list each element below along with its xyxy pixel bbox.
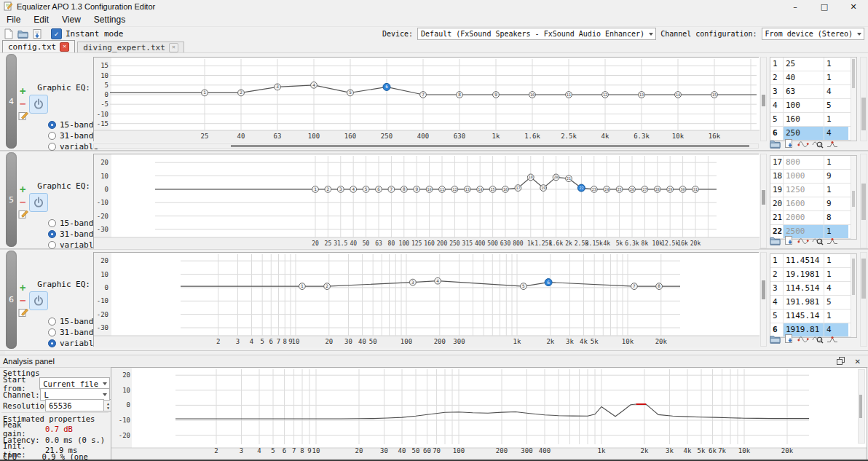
svg-text:15: 15 — [491, 187, 495, 192]
mode-option-31-band[interactable]: 31-band — [48, 327, 98, 338]
close-button[interactable]: ✕ — [839, 0, 868, 13]
menu-item-file[interactable]: File — [0, 14, 27, 25]
save-response-icon[interactable] — [784, 235, 794, 248]
power-toggle-button[interactable] — [29, 193, 48, 212]
band-table[interactable]: 111.45141219.198113114.51444191.98155114… — [770, 253, 857, 338]
save-response-icon[interactable] — [784, 334, 794, 347]
edit-filter-icon[interactable] — [18, 111, 28, 123]
channel-config-dropdown[interactable]: From device (Stereo) — [762, 28, 864, 40]
radio-icon[interactable] — [48, 241, 56, 249]
band-table[interactable]: 125124013634410055160162504 — [770, 57, 857, 141]
instant-mode-checkbox[interactable]: ✓ — [51, 28, 62, 39]
table-row[interactable]: 51601 — [770, 113, 856, 127]
new-file-icon[interactable] — [2, 28, 15, 40]
smooth-response-icon[interactable] — [797, 334, 809, 347]
menu-item-settings[interactable]: Settings — [87, 14, 132, 25]
section-number[interactable]: 4 — [6, 54, 17, 149]
smooth-response-icon[interactable] — [797, 235, 809, 248]
radio-icon[interactable] — [48, 318, 56, 326]
tab-diving-expert-txt[interactable]: diving_expert.txt ✕ — [77, 42, 184, 52]
minimize-button[interactable]: – — [781, 0, 810, 13]
table-row[interactable]: 2016009 — [770, 197, 856, 211]
analysis-graph-scrollbar[interactable] — [858, 369, 865, 444]
edit-filter-icon[interactable] — [18, 209, 28, 221]
mode-option-15-band[interactable]: 15-band — [48, 218, 98, 229]
mode-option-31-band[interactable]: 31-band — [48, 130, 98, 141]
section-number[interactable]: 5 — [6, 152, 17, 247]
open-response-icon[interactable] — [770, 235, 781, 248]
open-response-icon[interactable] — [770, 138, 781, 151]
peak-marker-icon[interactable] — [826, 235, 838, 248]
analyze-response-icon[interactable] — [812, 235, 824, 248]
resolution-spinner[interactable]: 65536 ▲▼ — [45, 399, 113, 411]
power-toggle-button[interactable] — [29, 95, 48, 114]
table-outer-scrollbar[interactable] — [860, 57, 867, 141]
mode-option-31-band[interactable]: 31-band — [48, 229, 98, 240]
table-row[interactable]: 51145.141 — [770, 310, 856, 323]
menu-item-edit[interactable]: Edit — [27, 14, 55, 25]
radio-icon[interactable] — [48, 230, 56, 238]
peak-marker-icon[interactable] — [826, 138, 838, 151]
add-filter-icon[interactable]: + — [20, 283, 25, 292]
remove-filter-icon[interactable]: − — [20, 99, 25, 108]
eq-graph[interactable]: 20100-10-20-30202531.5405063801001251602… — [93, 154, 759, 248]
table-outer-scrollbar[interactable] — [860, 154, 867, 248]
radio-icon[interactable] — [48, 121, 56, 129]
band-table[interactable]: 1780011810009191250120160092120008222500… — [770, 155, 857, 240]
table-row[interactable]: 111.45141 — [770, 254, 856, 268]
save-file-icon[interactable] — [31, 28, 44, 40]
table-row[interactable]: 3114.5144 — [770, 282, 856, 296]
table-row[interactable]: 4191.9815 — [770, 296, 856, 310]
table-row[interactable]: 2120008 — [770, 211, 856, 225]
radio-icon[interactable] — [48, 219, 56, 227]
radio-icon[interactable] — [48, 339, 56, 347]
eq-graph[interactable]: 20100-10-20-3023456789102030405010020030… — [93, 252, 759, 347]
peak-marker-icon[interactable] — [826, 334, 838, 347]
graph-vertical-scrollbar[interactable] — [760, 57, 767, 141]
tab-close-icon[interactable]: ✕ — [60, 42, 69, 52]
table-row[interactable]: 41005 — [770, 99, 856, 113]
mode-option-variable[interactable]: variable — [48, 338, 98, 349]
analyze-response-icon[interactable] — [812, 334, 824, 347]
graph-horizontal-scrollbar[interactable] — [93, 143, 759, 149]
table-row[interactable]: 2401 — [770, 71, 856, 85]
radio-icon[interactable] — [48, 143, 56, 151]
save-response-icon[interactable] — [784, 138, 794, 151]
mode-option-15-band[interactable]: 15-band — [48, 119, 98, 130]
smooth-response-icon[interactable] — [797, 138, 809, 151]
section-number[interactable]: 6 — [6, 251, 17, 349]
table-row[interactable]: 1251 — [770, 58, 856, 71]
add-filter-icon[interactable]: + — [20, 87, 25, 95]
tab-config-txt[interactable]: config.txt ✕ — [2, 40, 75, 52]
radio-icon[interactable] — [48, 132, 56, 140]
radio-icon[interactable] — [48, 328, 56, 336]
tab-close-icon[interactable]: ✕ — [169, 43, 178, 52]
remove-filter-icon[interactable]: − — [20, 296, 25, 304]
eq-section-5: 5+−Graphic EQ:15-band31-bandvariable2010… — [0, 151, 868, 249]
add-filter-icon[interactable]: + — [20, 185, 25, 194]
open-response-icon[interactable] — [770, 334, 781, 347]
menu-item-view[interactable]: View — [55, 14, 87, 25]
maximize-button[interactable]: □ — [810, 0, 839, 13]
mode-option-15-band[interactable]: 15-band — [48, 316, 98, 327]
table-outer-scrollbar[interactable] — [860, 252, 867, 347]
table-row[interactable]: 3634 — [770, 85, 856, 99]
table-row[interactable]: 219.19811 — [770, 268, 856, 282]
edit-filter-icon[interactable] — [18, 307, 28, 320]
table-scrollbar[interactable] — [851, 58, 856, 141]
table-row[interactable]: 178001 — [770, 156, 856, 170]
table-scrollbar[interactable] — [851, 254, 856, 337]
graph-vertical-scrollbar[interactable] — [760, 252, 767, 347]
power-toggle-button[interactable] — [29, 291, 48, 310]
device-dropdown[interactable]: Default (FxSound Speakers - FxSound Audi… — [417, 28, 656, 40]
remove-filter-icon[interactable]: − — [20, 197, 25, 206]
table-row[interactable]: 1810009 — [770, 170, 856, 184]
analyze-response-icon[interactable] — [812, 138, 824, 151]
graph-vertical-scrollbar[interactable] — [760, 154, 767, 248]
open-file-icon[interactable] — [17, 28, 29, 40]
table-row[interactable]: 1912501 — [770, 184, 856, 197]
float-panel-icon[interactable] — [837, 357, 845, 366]
eq-graph[interactable]: 151050-5-10-152540631001602504006301k1.6… — [93, 57, 759, 141]
table-scrollbar[interactable] — [851, 156, 856, 239]
close-panel-icon[interactable]: ✕ — [855, 358, 861, 366]
